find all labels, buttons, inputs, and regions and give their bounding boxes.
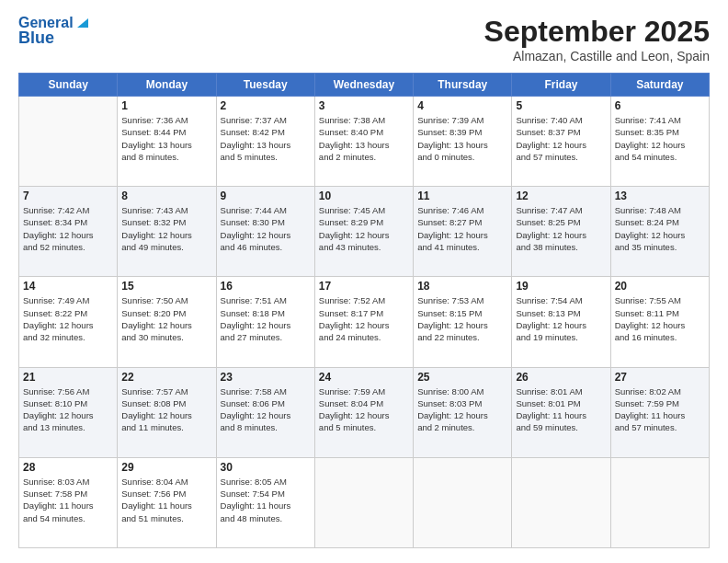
calendar-cell: 27Sunrise: 8:02 AMSunset: 7:59 PMDayligh… [610, 367, 709, 457]
calendar-cell: 22Sunrise: 7:57 AMSunset: 8:08 PMDayligh… [118, 367, 216, 457]
day-number: 21 [23, 371, 113, 384]
calendar-cell: 6Sunrise: 7:41 AMSunset: 8:35 PMDaylight… [610, 97, 709, 187]
logo: General Blue [18, 15, 88, 47]
day-number: 24 [319, 371, 409, 384]
cell-info: Sunrise: 7:51 AMSunset: 8:18 PMDaylight:… [221, 294, 311, 343]
calendar-week-row: 1Sunrise: 7:36 AMSunset: 8:44 PMDaylight… [19, 97, 710, 187]
calendar-week-row: 7Sunrise: 7:42 AMSunset: 8:34 PMDaylight… [19, 187, 710, 277]
cell-info: Sunrise: 7:38 AMSunset: 8:40 PMDaylight:… [319, 114, 409, 163]
cell-info: Sunrise: 7:49 AMSunset: 8:22 PMDaylight:… [23, 294, 113, 343]
cell-info: Sunrise: 8:05 AMSunset: 7:54 PMDaylight:… [221, 476, 311, 524]
calendar-cell [512, 457, 610, 547]
calendar-cell: 16Sunrise: 7:51 AMSunset: 8:18 PMDayligh… [216, 277, 314, 367]
calendar-cell: 4Sunrise: 7:39 AMSunset: 8:39 PMDaylight… [414, 97, 512, 187]
calendar-cell: 10Sunrise: 7:45 AMSunset: 8:29 PMDayligh… [314, 187, 413, 277]
cell-info: Sunrise: 7:55 AMSunset: 8:11 PMDaylight:… [615, 294, 705, 343]
calendar-cell: 14Sunrise: 7:49 AMSunset: 8:22 PMDayligh… [19, 277, 118, 367]
day-number: 15 [121, 280, 211, 293]
cell-info: Sunrise: 7:56 AMSunset: 8:10 PMDaylight:… [23, 385, 113, 434]
calendar-cell: 25Sunrise: 8:00 AMSunset: 8:03 PMDayligh… [414, 367, 512, 457]
day-number: 22 [121, 371, 211, 384]
cell-info: Sunrise: 8:00 AMSunset: 8:03 PMDaylight:… [417, 385, 507, 434]
calendar-cell: 11Sunrise: 7:46 AMSunset: 8:27 PMDayligh… [414, 187, 512, 277]
cell-info: Sunrise: 7:53 AMSunset: 8:15 PMDaylight:… [417, 294, 507, 343]
calendar-cell: 13Sunrise: 7:48 AMSunset: 8:24 PMDayligh… [610, 187, 709, 277]
calendar-cell [414, 457, 512, 547]
day-number: 2 [221, 99, 311, 112]
cell-info: Sunrise: 7:48 AMSunset: 8:24 PMDaylight:… [615, 204, 705, 253]
weekday-header-thursday: Thursday [414, 74, 512, 97]
calendar-cell: 15Sunrise: 7:50 AMSunset: 8:20 PMDayligh… [118, 277, 216, 367]
day-number: 16 [221, 280, 311, 293]
weekday-header-saturday: Saturday [610, 74, 709, 97]
cell-info: Sunrise: 7:43 AMSunset: 8:32 PMDaylight:… [121, 204, 211, 253]
calendar-cell: 1Sunrise: 7:36 AMSunset: 8:44 PMDaylight… [118, 97, 216, 187]
weekday-header-sunday: Sunday [19, 74, 118, 97]
cell-info: Sunrise: 7:57 AMSunset: 8:08 PMDaylight:… [121, 385, 211, 434]
calendar-week-row: 14Sunrise: 7:49 AMSunset: 8:22 PMDayligh… [19, 277, 710, 367]
cell-info: Sunrise: 7:54 AMSunset: 8:13 PMDaylight:… [516, 294, 606, 343]
calendar-cell: 28Sunrise: 8:03 AMSunset: 7:58 PMDayligh… [19, 457, 118, 547]
day-number: 29 [121, 461, 211, 474]
day-number: 3 [319, 99, 409, 112]
day-number: 1 [121, 99, 211, 112]
day-number: 28 [23, 461, 113, 474]
weekday-header-tuesday: Tuesday [216, 74, 314, 97]
calendar-cell: 21Sunrise: 7:56 AMSunset: 8:10 PMDayligh… [19, 367, 118, 457]
calendar-cell: 24Sunrise: 7:59 AMSunset: 8:04 PMDayligh… [314, 367, 413, 457]
weekday-header-row: SundayMondayTuesdayWednesdayThursdayFrid… [19, 74, 710, 97]
calendar-table: SundayMondayTuesdayWednesdayThursdayFrid… [18, 73, 710, 548]
day-number: 9 [221, 190, 311, 202]
day-number: 12 [516, 190, 606, 202]
day-number: 13 [615, 190, 705, 202]
logo-triangle-icon [75, 17, 88, 29]
logo-blue: Blue [18, 29, 88, 48]
calendar-cell: 3Sunrise: 7:38 AMSunset: 8:40 PMDaylight… [314, 97, 413, 187]
day-number: 11 [417, 190, 507, 202]
title-block: September 2025 Almazan, Castille and Leo… [484, 15, 710, 63]
day-number: 30 [221, 461, 311, 474]
location: Almazan, Castille and Leon, Spain [484, 49, 710, 63]
calendar-cell: 9Sunrise: 7:44 AMSunset: 8:30 PMDaylight… [216, 187, 314, 277]
cell-info: Sunrise: 7:45 AMSunset: 8:29 PMDaylight:… [319, 204, 409, 253]
weekday-header-monday: Monday [118, 74, 216, 97]
day-number: 5 [516, 99, 606, 112]
day-number: 10 [319, 190, 409, 202]
month-title: September 2025 [484, 15, 710, 49]
cell-info: Sunrise: 8:02 AMSunset: 7:59 PMDaylight:… [615, 385, 705, 434]
cell-info: Sunrise: 7:36 AMSunset: 8:44 PMDaylight:… [121, 114, 211, 163]
day-number: 18 [417, 280, 507, 293]
calendar-cell: 7Sunrise: 7:42 AMSunset: 8:34 PMDaylight… [19, 187, 118, 277]
day-number: 26 [516, 371, 606, 384]
day-number: 25 [417, 371, 507, 384]
calendar-cell: 12Sunrise: 7:47 AMSunset: 8:25 PMDayligh… [512, 187, 610, 277]
calendar-cell: 19Sunrise: 7:54 AMSunset: 8:13 PMDayligh… [512, 277, 610, 367]
cell-info: Sunrise: 7:59 AMSunset: 8:04 PMDaylight:… [319, 385, 409, 434]
svg-marker-0 [77, 18, 88, 28]
calendar-cell: 2Sunrise: 7:37 AMSunset: 8:42 PMDaylight… [216, 97, 314, 187]
cell-info: Sunrise: 7:42 AMSunset: 8:34 PMDaylight:… [23, 204, 113, 253]
day-number: 4 [417, 99, 507, 112]
cell-info: Sunrise: 7:40 AMSunset: 8:37 PMDaylight:… [516, 114, 606, 163]
weekday-header-friday: Friday [512, 74, 610, 97]
cell-info: Sunrise: 7:52 AMSunset: 8:17 PMDaylight:… [319, 294, 409, 343]
day-number: 7 [23, 190, 113, 202]
cell-info: Sunrise: 7:46 AMSunset: 8:27 PMDaylight:… [417, 204, 507, 253]
calendar-cell [19, 97, 118, 187]
calendar-cell: 30Sunrise: 8:05 AMSunset: 7:54 PMDayligh… [216, 457, 314, 547]
cell-info: Sunrise: 7:50 AMSunset: 8:20 PMDaylight:… [121, 294, 211, 343]
cell-info: Sunrise: 8:04 AMSunset: 7:56 PMDaylight:… [121, 476, 211, 524]
cell-info: Sunrise: 8:03 AMSunset: 7:58 PMDaylight:… [23, 476, 113, 524]
page: General Blue September 2025 Almazan, Cas… [0, 0, 728, 563]
day-number: 19 [516, 280, 606, 293]
day-number: 27 [615, 371, 705, 384]
calendar-cell: 8Sunrise: 7:43 AMSunset: 8:32 PMDaylight… [118, 187, 216, 277]
day-number: 23 [221, 371, 311, 384]
cell-info: Sunrise: 7:39 AMSunset: 8:39 PMDaylight:… [417, 114, 507, 163]
day-number: 17 [319, 280, 409, 293]
calendar-cell: 29Sunrise: 8:04 AMSunset: 7:56 PMDayligh… [118, 457, 216, 547]
calendar-cell [610, 457, 709, 547]
day-number: 8 [121, 190, 211, 202]
calendar-cell: 17Sunrise: 7:52 AMSunset: 8:17 PMDayligh… [314, 277, 413, 367]
calendar-cell: 20Sunrise: 7:55 AMSunset: 8:11 PMDayligh… [610, 277, 709, 367]
